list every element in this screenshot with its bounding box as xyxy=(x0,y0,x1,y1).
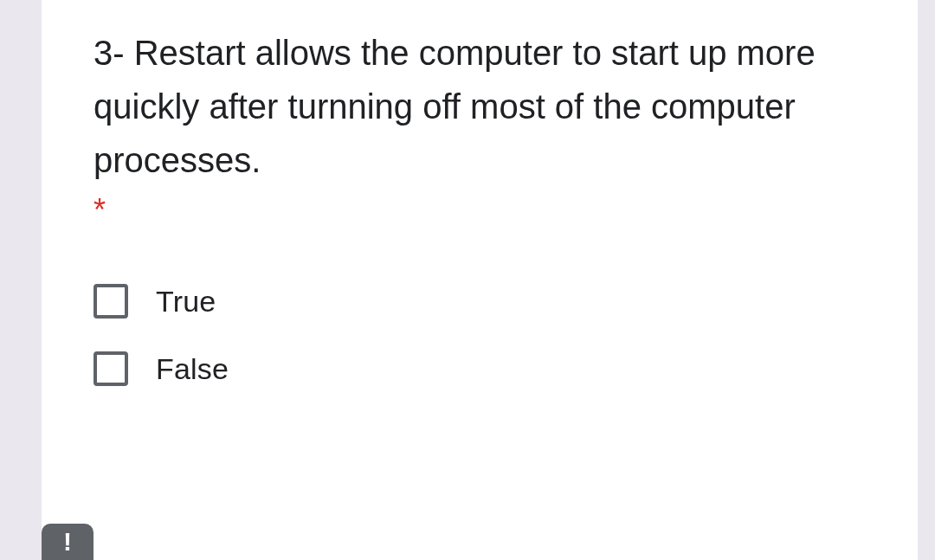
question-card: 3- Restart allows the computer to start … xyxy=(42,0,918,560)
feedback-button[interactable]: ! xyxy=(42,524,94,560)
option-label: True xyxy=(156,285,216,319)
checkbox-icon[interactable] xyxy=(94,351,128,386)
question-prompt: 3- Restart allows the computer to start … xyxy=(94,34,816,179)
option-row-true[interactable]: True xyxy=(94,284,866,319)
option-label: False xyxy=(156,352,229,386)
required-asterisk: * xyxy=(94,189,866,232)
options-group: True False xyxy=(94,284,866,386)
question-text: 3- Restart allows the computer to start … xyxy=(94,26,866,232)
checkbox-icon[interactable] xyxy=(94,284,128,319)
exclamation-icon: ! xyxy=(63,527,72,557)
option-row-false[interactable]: False xyxy=(94,351,866,386)
